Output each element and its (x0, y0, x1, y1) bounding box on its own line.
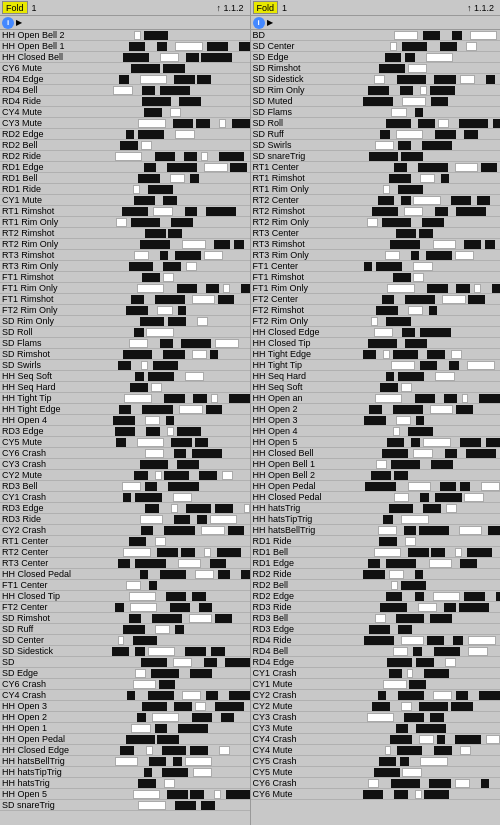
row-label: HH Closed Edge (2, 745, 112, 755)
table-row: HH Tight Edge (0, 404, 250, 415)
pattern-block (398, 625, 412, 634)
pattern-block (459, 526, 482, 535)
pattern-block (166, 416, 174, 425)
row-label: SD Sidestick (2, 646, 112, 656)
row-label: RD3 Ride (2, 514, 112, 524)
left-fold-button[interactable]: Fold (2, 1, 28, 14)
pattern-block (211, 394, 218, 403)
pattern-block (485, 240, 495, 249)
pattern-block (174, 75, 195, 84)
row-label: SD Flams (2, 338, 112, 348)
pattern-block (481, 482, 500, 491)
pattern-block (122, 482, 141, 491)
row-label: SD Edge (253, 52, 363, 62)
pattern-block (401, 581, 426, 590)
pattern-block (402, 328, 414, 337)
row-pattern (112, 515, 250, 524)
pattern-block (126, 130, 134, 139)
pattern-block (441, 174, 449, 183)
pattern-block (393, 273, 411, 282)
table-row: SD Swirls (0, 360, 250, 371)
pattern-block (222, 471, 233, 480)
pattern-block (393, 405, 423, 414)
right-fold-button[interactable]: Fold (253, 1, 279, 14)
pattern-block (371, 317, 378, 326)
row-label: HH Open 4 (253, 426, 363, 436)
pattern-block (210, 559, 227, 568)
pattern-block (199, 471, 217, 480)
row-pattern (112, 394, 250, 403)
pattern-block (431, 460, 453, 469)
table-row: HH Tight Tip (251, 360, 501, 371)
row-label: CY5 Mute (2, 437, 112, 447)
pattern-block (467, 361, 495, 370)
pattern-block (452, 31, 462, 40)
pattern-block (230, 163, 247, 172)
row-label: RD4 Bell (2, 85, 112, 95)
pattern-block (416, 724, 446, 733)
pattern-block (174, 449, 186, 458)
pattern-block (386, 372, 394, 381)
pattern-block (210, 350, 218, 359)
table-row: SD Flams (0, 338, 250, 349)
pattern-block (394, 163, 406, 172)
pattern-block (182, 240, 205, 249)
pattern-block (163, 273, 174, 282)
row-label: RT2 Center (2, 547, 112, 557)
pattern-block (135, 559, 165, 568)
pattern-block (119, 75, 129, 84)
pattern-block (404, 207, 423, 216)
left-info-icon[interactable]: i (2, 17, 14, 29)
left-rows-container[interactable]: HH Open Bell 2HH Open Bell 1HH Closed Be… (0, 30, 250, 825)
row-pattern (363, 163, 501, 172)
right-info-icon[interactable]: i (253, 17, 265, 29)
pattern-block (221, 713, 235, 722)
row-pattern (363, 713, 501, 722)
pattern-block (170, 174, 185, 183)
row-label: RD3 Edge (253, 624, 363, 634)
table-row: RD3 Edge (251, 624, 501, 635)
pattern-block (408, 548, 429, 557)
row-label: CY5 Mute (253, 767, 363, 777)
pattern-block (135, 647, 145, 656)
pattern-block (129, 339, 148, 348)
pattern-block (460, 75, 475, 84)
pattern-block (416, 416, 424, 425)
table-row: HH Closed Edge (251, 327, 501, 338)
pattern-block (474, 284, 481, 293)
pattern-block (141, 526, 153, 535)
pattern-block (460, 482, 470, 491)
row-label: RT3 Rimshot (2, 250, 112, 260)
pattern-block (186, 53, 198, 62)
pattern-block (138, 801, 166, 810)
pattern-block (486, 75, 494, 84)
row-pattern (363, 240, 501, 249)
pattern-block (163, 262, 181, 271)
row-pattern (363, 284, 501, 293)
pattern-block (123, 625, 145, 634)
pattern-block (435, 130, 456, 139)
left-header-num2: ↑ 1.1.2 (216, 3, 243, 13)
pattern-block (201, 53, 231, 62)
table-row: RD1 Ride (251, 536, 501, 547)
table-row: HH Open Bell 2 (0, 30, 250, 41)
row-pattern (363, 273, 501, 282)
pattern-block (383, 680, 406, 689)
table-row: RT1 Center (0, 536, 250, 547)
row-label: HH Open 3 (2, 701, 112, 711)
row-label: SD snareTrig (253, 151, 363, 161)
row-label: RD4 Bell (253, 646, 363, 656)
pattern-block (175, 801, 196, 810)
row-pattern (112, 339, 250, 348)
pattern-block (229, 691, 250, 700)
pattern-block (160, 570, 186, 579)
right-rows-container[interactable]: BDSD CenterSD EdgeSD RimshotSD Sidestick… (251, 30, 501, 825)
pattern-block (120, 141, 138, 150)
row-label: RD4 Edge (2, 74, 112, 84)
pattern-block (415, 592, 425, 601)
pattern-block (408, 427, 433, 436)
pattern-block (363, 350, 377, 359)
row-pattern (363, 75, 501, 84)
pattern-block (148, 185, 173, 194)
pattern-block (479, 394, 500, 403)
